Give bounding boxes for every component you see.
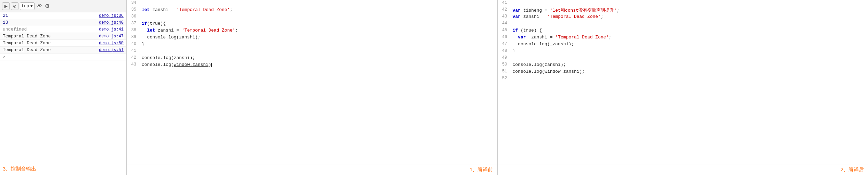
line-content: } [511, 48, 868, 55]
console-row: Temporal Dead Zone demo.js:50 [0, 40, 126, 47]
console-row: undefined demo.js:41 [0, 26, 126, 33]
line-number: 43 [498, 14, 511, 21]
code-table-before: 34 35 let zanshi = 'Temporal Dead Zone';… [127, 0, 497, 69]
console-source-link[interactable]: demo.js:36 [99, 13, 124, 18]
context-selector[interactable]: top ▼ [20, 2, 35, 10]
console-panel: ▶ ⊘ top ▼ 👁 ⚙ 21 demo.js:36 13 demo.js:4… [0, 0, 127, 175]
line-content [511, 75, 868, 82]
code-line: 35 let zanshi = 'Temporal Dead Zone'; [127, 7, 497, 14]
line-content: if(true){ [140, 21, 497, 27]
code-line: 40 } [127, 41, 497, 48]
line-content [511, 55, 868, 62]
code-line: 46 var _zanshi = 'Temporal Dead Zone'; [498, 34, 868, 41]
code-line: 39 console.log(zanshi); [127, 34, 497, 41]
line-content: var zanshi = 'Temporal Dead Zone'; [511, 14, 868, 21]
line-number: 34 [127, 0, 140, 7]
code-line: 41 [127, 48, 497, 55]
line-content: console.log(zanshi); [140, 55, 497, 62]
console-source-link[interactable]: demo.js:50 [99, 41, 124, 46]
line-number: 47 [498, 41, 511, 48]
gear-button[interactable]: ⚙ [44, 2, 50, 10]
code-line: 43 console.log(window.zanshi) [127, 62, 497, 69]
line-content: let zanshi = 'Temporal Dead Zone'; [140, 27, 497, 34]
editor-before-panel: 34 35 let zanshi = 'Temporal Dead Zone';… [127, 0, 498, 175]
code-line: 47 console.log(_zanshi); [498, 41, 868, 48]
console-value: 13 [3, 20, 8, 25]
console-source-link[interactable]: demo.js:51 [99, 48, 124, 52]
line-content: if (true) { [511, 27, 868, 34]
console-annotation: 3、控制台输出 [0, 163, 126, 175]
line-content: var _zanshi = 'Temporal Dead Zone'; [511, 34, 868, 41]
line-number: 38 [127, 27, 140, 34]
code-before-area: 34 35 let zanshi = 'Temporal Dead Zone';… [127, 0, 497, 164]
code-line: 51 console.log(window.zanshi); [498, 69, 868, 75]
stop-button[interactable]: ⊘ [11, 2, 18, 10]
code-after-area: 41 42 var tisheng = 'let和const没有变量声明提升';… [498, 0, 868, 164]
line-number: 52 [498, 75, 511, 82]
line-number: 37 [127, 21, 140, 27]
code-line: 52 [498, 75, 868, 82]
line-content: console.log(window.zanshi) [140, 62, 497, 69]
console-value: Temporal Dead Zone [3, 34, 51, 39]
line-number: 39 [127, 34, 140, 41]
console-value: Temporal Dead Zone [3, 40, 51, 46]
console-row: 13 demo.js:40 [0, 19, 126, 26]
console-row: Temporal Dead Zone demo.js:47 [0, 33, 126, 40]
code-line: 44 [498, 21, 868, 27]
line-number: 44 [498, 21, 511, 27]
line-content [511, 0, 868, 7]
code-line: 38 let zanshi = 'Temporal Dead Zone'; [127, 27, 497, 34]
console-source-link[interactable]: demo.js:40 [99, 20, 124, 25]
console-row: Temporal Dead Zone demo.js:51 [0, 47, 126, 54]
code-line: 41 [498, 0, 868, 7]
line-number: 51 [498, 69, 511, 75]
line-number: 49 [498, 55, 511, 62]
line-number: 41 [498, 0, 511, 7]
console-input-row: > [0, 54, 126, 60]
line-number: 50 [498, 62, 511, 69]
code-line: 43 var zanshi = 'Temporal Dead Zone'; [498, 14, 868, 21]
line-content: } [140, 41, 497, 48]
code-line: 34 [127, 0, 497, 7]
code-line: 49 [498, 55, 868, 62]
line-number: 45 [498, 27, 511, 34]
play-button[interactable]: ▶ [2, 2, 10, 10]
console-output: 21 demo.js:36 13 demo.js:40 undefined de… [0, 12, 126, 163]
line-number: 36 [127, 14, 140, 21]
code-line: 42 console.log(zanshi); [127, 55, 497, 62]
code-line: 50 console.log(zanshi); [498, 62, 868, 69]
eye-button[interactable]: 👁 [36, 2, 43, 10]
line-content: console.log(zanshi); [140, 34, 497, 41]
line-content: console.log(zanshi); [511, 62, 868, 69]
console-toolbar: ▶ ⊘ top ▼ 👁 ⚙ [0, 0, 126, 12]
code-line: 37 if(true){ [127, 21, 497, 27]
line-content: var tisheng = 'let和const没有变量声明提升'; [511, 7, 868, 14]
line-content: let zanshi = 'Temporal Dead Zone'; [140, 7, 497, 14]
line-content [140, 14, 497, 21]
code-line: 45 if (true) { [498, 27, 868, 34]
code-line: 36 [127, 14, 497, 21]
line-number: 48 [498, 48, 511, 55]
code-line: 48 } [498, 48, 868, 55]
console-row: 21 demo.js:36 [0, 12, 126, 19]
console-source-link[interactable]: demo.js:41 [99, 27, 124, 32]
editor-after-annotation: 2、编译后 [498, 164, 868, 175]
line-content: console.log(window.zanshi); [511, 69, 868, 75]
context-label: top [22, 4, 29, 9]
editor-after-panel: 41 42 var tisheng = 'let和const没有变量声明提升';… [498, 0, 868, 175]
line-number: 40 [127, 41, 140, 48]
line-content [140, 48, 497, 55]
console-value: undefined [3, 27, 27, 32]
line-content [140, 0, 497, 7]
editor-before-annotation: 1、编译前 [127, 164, 497, 175]
line-number: 42 [498, 7, 511, 14]
line-number: 35 [127, 7, 140, 14]
console-source-link[interactable]: demo.js:47 [99, 34, 124, 39]
code-table-after: 41 42 var tisheng = 'let和const没有变量声明提升';… [498, 0, 868, 82]
code-line: 42 var tisheng = 'let和const没有变量声明提升'; [498, 7, 868, 14]
line-number: 41 [127, 48, 140, 55]
line-number: 43 [127, 62, 140, 69]
console-arrow: > [3, 55, 5, 59]
line-content: console.log(_zanshi); [511, 41, 868, 48]
console-value: Temporal Dead Zone [3, 47, 51, 52]
